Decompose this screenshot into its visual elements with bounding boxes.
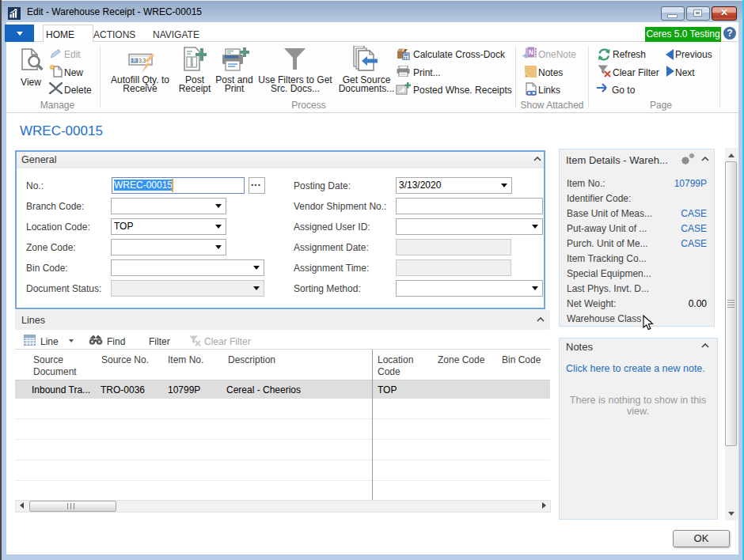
- svg-text:3,3: 3,3: [139, 58, 146, 63]
- svg-text:1,3: 1,3: [131, 58, 138, 63]
- svg-text:N: N: [529, 48, 533, 56]
